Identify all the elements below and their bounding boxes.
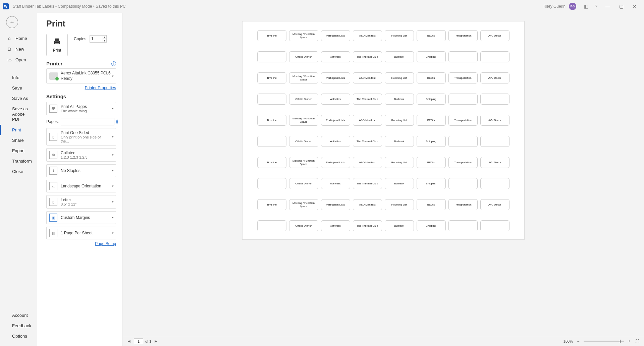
tab-label-blank: [480, 51, 509, 62]
user-name: Riley Guerin: [543, 4, 566, 9]
tab-label: Participant Lists: [321, 157, 350, 168]
tab-label-blank: [448, 220, 478, 231]
setting-print-range[interactable]: 🗐 Print All Pages The whole thing ▾: [46, 102, 116, 115]
tab-label: A&D Manifest: [353, 157, 382, 168]
tab-label: The Thermal Club: [353, 51, 382, 62]
nav-print[interactable]: Print: [0, 125, 37, 135]
printer-device-icon: [49, 72, 58, 80]
tab-label-blank: [448, 51, 478, 62]
setting-margins[interactable]: ▣ Custom Margins ▾: [46, 211, 116, 224]
nav-transform[interactable]: Transform: [0, 156, 37, 166]
tab-label: Burbank: [385, 94, 414, 105]
chevron-down-icon: ▾: [112, 135, 114, 138]
zoom-slider[interactable]: [584, 341, 624, 342]
chevron-down-icon: ▾: [112, 200, 114, 204]
tab-label: BEO's: [417, 30, 446, 41]
tab-label-blank: [448, 136, 478, 147]
tab-label: A&D Manifest: [353, 30, 382, 41]
tab-label: Timeline: [257, 72, 286, 83]
nav-share[interactable]: Share: [0, 135, 37, 146]
maximize-button[interactable]: ▢: [614, 2, 628, 11]
nav-info[interactable]: Info: [0, 72, 37, 83]
tab-label-blank: [480, 136, 509, 147]
nav-open[interactable]: 🗁Open: [0, 54, 37, 65]
prev-page-button[interactable]: ◀: [126, 339, 132, 344]
setting-pages-per-sheet[interactable]: ▤ 1 Page Per Sheet ▾: [46, 227, 116, 239]
tab-label: Offsite Dinner: [289, 178, 318, 189]
nav-options[interactable]: Options: [0, 331, 37, 341]
help-icon[interactable]: ?: [591, 2, 601, 11]
copies-input[interactable]: [90, 35, 103, 43]
nav-account[interactable]: Account: [0, 310, 37, 321]
tab-label: Transportation: [448, 30, 478, 41]
coming-soon-icon[interactable]: ◧: [581, 2, 591, 11]
pages-info-icon[interactable]: i: [116, 119, 118, 124]
setting-collation[interactable]: ⧉ Collated 1,2,3 1,2,3 1,2,3 ▾: [46, 148, 116, 162]
user-avatar[interactable]: RG: [569, 3, 576, 10]
nav-save-as[interactable]: Save As: [0, 93, 37, 104]
backstage-nav: ← ⌂Home 🗋New 🗁Open Info Save Save As Sav…: [0, 13, 37, 346]
print-settings-panel: Print 🖶 Print Copies: ▲▼ Printer i Xerox…: [37, 13, 122, 346]
minimize-button[interactable]: ―: [601, 2, 614, 11]
zoom-to-page-button[interactable]: ⛶: [635, 339, 640, 344]
page-setup-link[interactable]: Page Setup: [46, 241, 116, 246]
nav-close[interactable]: Close: [0, 166, 37, 177]
word-app-icon: W: [3, 3, 9, 9]
tab-label: Burbank: [385, 178, 414, 189]
page-count-label: of 1: [145, 339, 151, 343]
nav-new[interactable]: 🗋New: [0, 44, 37, 54]
pages-per-sheet-icon: ▤: [49, 229, 57, 237]
nav-save[interactable]: Save: [0, 83, 37, 93]
tab-label: BEO's: [417, 115, 446, 126]
setting-staples[interactable]: ⌇ No Staples ▾: [46, 164, 116, 177]
tab-label-blank: [480, 94, 509, 105]
setting-paper-size[interactable]: ▯ Letter 8.5" x 11" ▾: [46, 195, 116, 209]
nav-export[interactable]: Export: [0, 146, 37, 156]
tab-label: Shipping: [417, 94, 446, 105]
tab-label: Offsite Dinner: [289, 51, 318, 62]
pages-input[interactable]: [61, 118, 114, 125]
tab-label: The Thermal Club: [353, 178, 382, 189]
tab-label: The Thermal Club: [353, 94, 382, 105]
tab-label-blank: [448, 94, 478, 105]
tab-label: Timeline: [257, 30, 286, 41]
tab-label: Timeline: [257, 157, 286, 168]
current-page-input[interactable]: [134, 338, 143, 344]
tab-label: Burbank: [385, 220, 414, 231]
print-button[interactable]: 🖶 Print: [46, 34, 68, 56]
stapler-icon: ⌇: [49, 167, 57, 175]
tab-label: Timeline: [257, 115, 286, 126]
tab-label: The Thermal Club: [353, 220, 382, 231]
printer-info-icon[interactable]: i: [111, 61, 116, 66]
tab-label: Rooming List: [385, 157, 414, 168]
tab-label: Rooming List: [385, 72, 414, 83]
printer-selector[interactable]: Xerox AltaLink C8055 PCL6 Ready ▾: [46, 68, 116, 83]
setting-sides[interactable]: ▯ Print One Sided Only print on one side…: [46, 128, 116, 146]
copies-spinner[interactable]: ▲▼: [103, 35, 107, 43]
setting-orientation[interactable]: ▭ Landscape Orientation ▾: [46, 180, 116, 192]
title-bar: W Staff Binder Tab Labels - Compatibilit…: [0, 0, 644, 13]
tab-label: Participant Lists: [321, 199, 350, 210]
chevron-down-icon: ▾: [112, 74, 114, 78]
close-window-button[interactable]: ✕: [628, 2, 641, 11]
nav-home[interactable]: ⌂Home: [0, 33, 37, 44]
tab-label: Transportation: [448, 199, 478, 210]
tab-label: BEO's: [417, 157, 446, 168]
nav-save-pdf[interactable]: Save as Adobe PDF: [0, 104, 37, 125]
zoom-in-button[interactable]: +: [627, 339, 632, 344]
printer-properties-link[interactable]: Printer Properties: [46, 85, 116, 90]
tab-label: Shipping: [417, 220, 446, 231]
nav-feedback[interactable]: Feedback: [0, 321, 37, 331]
tab-label: Shipping: [417, 178, 446, 189]
print-preview-area: TimelineMeeting / Function SpaceParticip…: [122, 13, 644, 346]
tab-label: Activities: [321, 94, 350, 105]
settings-section-heading: Settings: [46, 94, 66, 99]
tab-label-blank: [480, 220, 509, 231]
next-page-button[interactable]: ▶: [153, 339, 159, 344]
tab-label: Meeting / Function Space: [289, 199, 318, 210]
tab-label: Shipping: [417, 51, 446, 62]
tab-label: AV / Decor: [480, 157, 509, 168]
tab-label: Participant Lists: [321, 115, 350, 126]
back-button[interactable]: ←: [6, 16, 18, 28]
zoom-out-button[interactable]: −: [576, 339, 581, 344]
